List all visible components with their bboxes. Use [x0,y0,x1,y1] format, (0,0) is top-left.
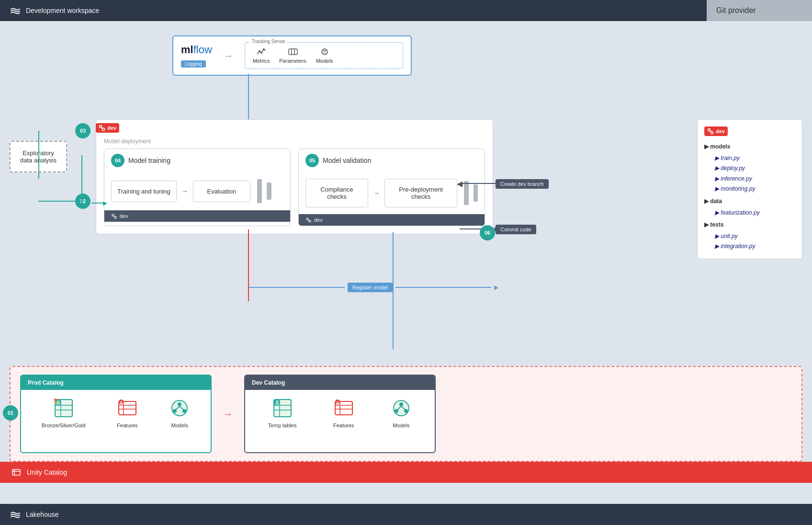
parameters-item: Parameters [279,47,306,64]
model-training-section: 04 Model training Training and tuning → … [104,148,291,226]
svg-text:Δ: Δ [336,400,339,405]
bronze-silver-gold-item: Δ Bronze/Silver/Gold [42,398,86,428]
left-vertical-green [81,155,82,203]
dev-catalog: Dev Catalog Δ Temp tables [244,375,436,453]
evaluation-box: Evaluation [193,181,250,202]
svg-rect-3 [289,49,297,55]
bottom-bar-label: Lakehouse [26,511,59,518]
mlflow-vertical-line [248,74,249,124]
svg-text:Δ: Δ [56,400,60,405]
logging-badge: Logging [181,60,206,68]
svg-point-11 [114,217,116,218]
workspace-title: Development workspace [26,7,99,14]
mlflow-logo: mlflow [181,44,212,56]
svg-point-7 [100,126,102,128]
bottom-lakehouse-icon [10,509,21,520]
svg-line-15 [307,220,310,220]
eda-up-line [38,131,39,179]
svg-point-2 [263,48,265,50]
model-validation-label: Model validation [323,157,371,164]
svg-point-34 [178,402,181,406]
svg-point-52 [399,402,403,406]
dev-features-item: Δ Features [333,398,354,428]
blue-down-to-catalog [393,289,394,349]
file-tree: ▶ models ▶ train.py ▶ deploy.py ▶ infere… [704,142,795,252]
svg-text:Δ: Δ [120,400,123,405]
svg-point-0 [259,50,260,52]
arrow-validation: → [373,189,380,197]
step-01-circle: 01 [3,405,18,421]
metrics-item: Metrics [253,47,270,64]
eda-horiz-line [38,201,81,202]
dev-models-item: Models [391,398,412,428]
catalog-arrow: → [223,375,233,453]
model-training-label: Model training [128,157,170,164]
svg-text:Δ: Δ [275,400,279,405]
compliance-checks-box: Compliance checks [305,179,368,207]
svg-point-14 [309,220,311,222]
lakehouse-icon [10,5,21,16]
catalog-container: 01 Prod Catalog Δ [10,366,802,462]
dev-catalog-header: Dev Catalog [245,376,435,390]
prod-models-item: Models [169,398,190,428]
svg-rect-26 [54,401,57,403]
blue-right-line [393,232,394,289]
top-bar: Development workspace Git provider [0,0,812,21]
svg-line-9 [101,128,103,128]
svg-rect-25 [54,399,57,400]
validation-footer-badge: dev [314,217,323,223]
create-branch-btn[interactable]: Create dev branch [496,179,549,189]
prod-features-item: Δ Features [117,398,138,428]
svg-line-12 [113,216,115,217]
register-model-area: Register model ▶ [249,283,498,292]
step-03-circle: 03 [75,123,90,138]
git-provider-panel: dev ▶ models ▶ train.py ▶ deploy.py ▶ in… [697,119,802,259]
prod-catalog: Prod Catalog Δ [20,375,212,453]
svg-point-10 [112,214,114,216]
svg-line-18 [709,131,712,132]
svg-point-17 [711,132,713,134]
svg-point-13 [306,218,308,220]
bottom-bar: Lakehouse [0,504,812,525]
svg-point-1 [260,52,262,54]
temp-tables-item: Δ Temp tables [268,398,296,428]
dev-main-container: ... Model deployment 04 Model training T… [96,119,493,234]
unity-catalog-bar: Unity Catalog [0,462,812,483]
model-deployment-label: Model deployment [96,136,493,148]
git-badge-right: dev [704,126,728,136]
step-04-circle: 04 [111,154,124,167]
unity-catalog-label: Unity Catalog [27,468,67,476]
step02-arrow: ▶ [91,200,107,206]
git-provider-header: Git provider [707,0,812,21]
branch-line: ◀ [460,183,496,184]
training-tuning-box: Training and tuning [111,181,177,202]
svg-point-8 [102,128,105,131]
unity-catalog-icon [11,468,21,477]
step-05-circle: 05 [305,154,319,167]
prod-catalog-header: Prod Catalog [21,376,211,390]
svg-point-16 [708,129,710,131]
git-provider-label: Git provider [716,6,756,15]
arrow-training: → [181,187,188,195]
commit-code-btn[interactable]: Commit code [496,225,536,234]
step-06-circle: 06 [480,225,495,240]
models-mlflow-item: Models [316,47,333,64]
git-badge-left: dev [96,123,119,133]
tracking-server-label: Tracking Server [250,39,287,44]
training-footer-badge: dev [120,213,128,219]
pre-deployment-box: Pre-deployment checks [384,179,457,207]
mlflow-section: mlflow Logging → Tracking Server Metrics… [144,35,393,85]
register-model-btn[interactable]: Register model [348,283,393,292]
svg-rect-57 [12,469,20,475]
